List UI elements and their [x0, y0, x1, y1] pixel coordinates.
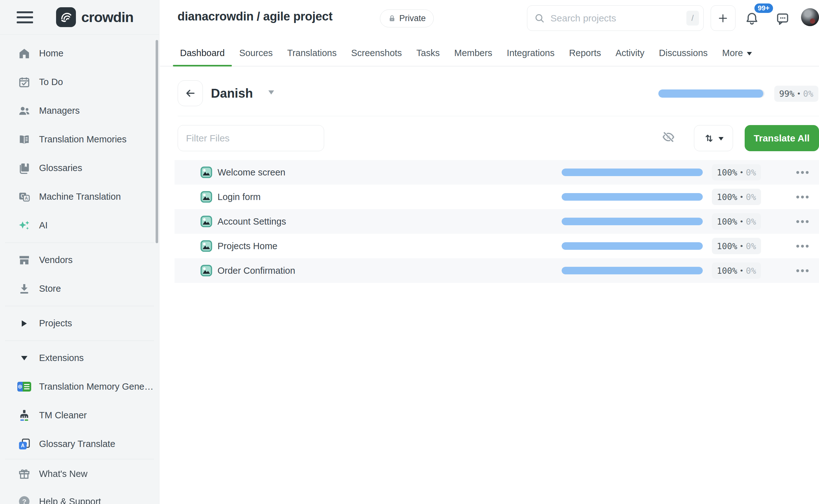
sidebar-item-home[interactable]: Home: [0, 39, 159, 68]
image-file-icon: [200, 265, 212, 277]
file-actions-menu[interactable]: [794, 185, 811, 209]
sidebar-divider: [5, 243, 154, 243]
sidebar-item-projects[interactable]: Projects: [0, 309, 159, 338]
svg-text:A: A: [25, 196, 28, 201]
tm-generator-icon: [17, 380, 31, 394]
image-file-icon: [200, 215, 212, 227]
messages-button[interactable]: [775, 12, 790, 26]
store-download-icon: [17, 282, 31, 296]
sidebar-item-extensions[interactable]: Extensions: [0, 344, 159, 372]
file-actions-menu[interactable]: [794, 234, 811, 258]
eye-off-icon: [661, 130, 675, 144]
language-name: Danish: [211, 80, 253, 106]
file-name: Account Settings: [218, 209, 286, 234]
privacy-badge: Private: [380, 9, 434, 27]
sidebar-item-translation-memories[interactable]: Translation Memories: [0, 125, 159, 154]
file-name: Projects Home: [218, 234, 278, 258]
file-actions-menu[interactable]: [794, 258, 811, 283]
tab-screenshots[interactable]: Screenshots: [344, 40, 409, 66]
search-input[interactable]: [550, 13, 686, 24]
file-row[interactable]: Login form 100%•0%: [175, 185, 819, 209]
chevron-down-icon: [17, 351, 31, 365]
tab-reports[interactable]: Reports: [562, 40, 608, 66]
sidebar-item-tm-generator[interactable]: Translation Memory Gene…: [0, 372, 159, 401]
project-tabs: Dashboard Sources Translations Screensho…: [160, 40, 819, 66]
tab-activity[interactable]: Activity: [608, 40, 652, 66]
chevron-down-icon: [719, 137, 724, 140]
help-icon: ?: [17, 494, 31, 504]
home-icon: [17, 46, 31, 61]
file-progress-bar: [562, 267, 703, 274]
file-actions-menu[interactable]: [794, 209, 811, 234]
sort-arrows-icon: [703, 133, 715, 144]
ai-sparkles-icon: [17, 218, 31, 233]
sidebar-item-ai[interactable]: AI: [0, 211, 159, 240]
file-name: Welcome screen: [218, 160, 285, 185]
translate-all-button[interactable]: Translate All: [745, 125, 819, 151]
chevron-right-icon: [17, 316, 31, 331]
lock-icon: [388, 14, 396, 23]
tab-members[interactable]: Members: [447, 40, 500, 66]
crowdin-logo[interactable]: crowdin: [56, 7, 134, 27]
sidebar-item-store[interactable]: Store: [0, 274, 159, 303]
file-progress-bar: [562, 218, 703, 225]
sidebar-item-whats-new[interactable]: What's New: [0, 460, 159, 488]
file-list: Welcome screen 100%•0% Login form 100%•0…: [175, 160, 819, 283]
files-toolbar: Translate All: [160, 116, 819, 160]
file-row[interactable]: Order Confirmation 100%•0%: [175, 258, 819, 283]
menu-toggle-button[interactable]: [17, 11, 33, 23]
language-header: Danish 99%•0%: [160, 66, 819, 116]
tab-dashboard[interactable]: Dashboard: [173, 40, 232, 66]
language-progress-bar: [658, 89, 765, 98]
bell-icon: [745, 11, 759, 26]
language-dropdown-caret[interactable]: [268, 90, 274, 95]
sort-files-button[interactable]: [694, 125, 733, 151]
sidebar-item-vendors[interactable]: Vendors: [0, 246, 159, 274]
machine-translation-icon: GA: [17, 190, 31, 204]
whats-new-gift-icon: [17, 467, 31, 481]
search-icon: [534, 13, 545, 24]
file-progress-badge: 100%•0%: [712, 262, 761, 279]
tab-sources[interactable]: Sources: [232, 40, 280, 66]
sidebar-scrollbar[interactable]: [156, 40, 158, 243]
tab-discussions[interactable]: Discussions: [652, 40, 715, 66]
sidebar-item-tm-cleaner[interactable]: TM Cleaner: [0, 401, 159, 430]
image-file-icon: [200, 166, 212, 178]
back-button[interactable]: [178, 80, 203, 106]
file-row[interactable]: Welcome screen 100%•0%: [175, 160, 819, 185]
toggle-hidden-files-button[interactable]: [661, 130, 675, 144]
sidebar-item-machine-translation[interactable]: GA Machine Translation: [0, 182, 159, 211]
tab-tasks[interactable]: Tasks: [409, 40, 447, 66]
language-progress-badge: 99%•0%: [774, 86, 819, 102]
chat-icon: [775, 12, 790, 26]
file-actions-menu[interactable]: [794, 160, 811, 185]
tab-integrations[interactable]: Integrations: [500, 40, 562, 66]
search-shortcut-key: /: [686, 11, 699, 26]
image-file-icon: [200, 240, 212, 252]
file-progress-badge: 100%•0%: [712, 238, 761, 254]
create-project-button[interactable]: [711, 5, 736, 31]
file-name: Order Confirmation: [218, 258, 295, 283]
tab-more[interactable]: More: [715, 40, 759, 66]
file-name: Login form: [218, 185, 261, 209]
sidebar-header: crowdin: [0, 0, 159, 35]
sidebar-item-glossaries[interactable]: Glossaries: [0, 154, 159, 182]
vendors-icon: [17, 253, 31, 267]
file-row[interactable]: Projects Home 100%•0%: [175, 234, 819, 258]
notification-count-badge: 99+: [754, 3, 773, 13]
managers-icon: [17, 104, 31, 118]
sidebar-item-glossary-translate[interactable]: aA Glossary Translate: [0, 430, 159, 458]
project-title: dianacrowdin / agile project: [178, 10, 333, 23]
sidebar-item-todo[interactable]: To Do: [0, 68, 159, 96]
file-row[interactable]: Account Settings 100%•0%: [175, 209, 819, 234]
chevron-down-icon: [747, 52, 752, 55]
sidebar-item-managers[interactable]: Managers: [0, 96, 159, 125]
top-header: dianacrowdin / agile project Private / 9…: [160, 0, 819, 40]
crowdin-wordmark: crowdin: [81, 9, 134, 26]
sidebar-item-help-support[interactable]: ? Help & Support: [0, 488, 159, 504]
user-avatar[interactable]: [801, 8, 819, 26]
tab-translations[interactable]: Translations: [280, 40, 344, 66]
svg-text:A: A: [21, 443, 25, 448]
notifications-button[interactable]: [745, 10, 760, 27]
filter-files-input[interactable]: [178, 125, 324, 151]
